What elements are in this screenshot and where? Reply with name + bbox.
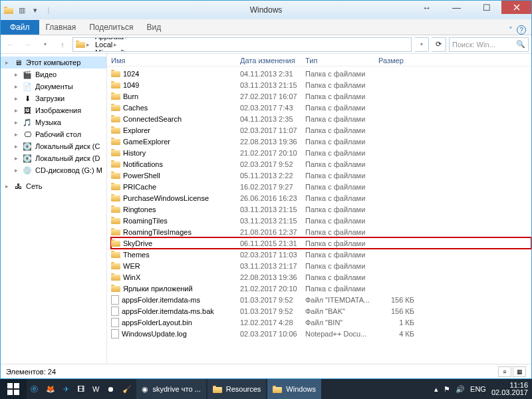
help-icon[interactable]: ? <box>517 25 526 35</box>
taskbar-task[interactable]: Resources <box>207 379 267 399</box>
ribbon-expand-icon[interactable]: ˅ <box>509 26 513 35</box>
taskbar-task[interactable]: ◉skydrive что ... <box>136 379 205 399</box>
nav-network[interactable]: ▸ 🖧 Сеть <box>1 180 106 192</box>
taskbar-pin-word[interactable]: W <box>88 379 103 399</box>
item-name: appsFolder.itemdata-ms <box>122 296 200 304</box>
list-item[interactable]: Ringtones03.11.2013 21:15Папка с файлами <box>111 203 531 215</box>
address-dropdown[interactable]: ▾ <box>414 37 429 52</box>
nav-item-label: Рабочий стол <box>35 130 81 138</box>
list-item[interactable]: RoamingTilesImages21.08.2016 12:37Папка … <box>111 226 531 237</box>
list-item[interactable]: 104903.11.2013 21:15Папка с файлами <box>111 79 531 90</box>
column-size[interactable]: Размер <box>378 57 418 65</box>
list-item[interactable]: ConnectedSearch04.11.2013 2:35Папка с фа… <box>111 113 531 124</box>
list-item[interactable]: PowerShell05.11.2013 2:22Папка с файлами <box>111 170 531 181</box>
up-button[interactable]: ↑ <box>55 37 70 52</box>
search-placeholder: Поиск: Win... <box>452 41 495 49</box>
start-button[interactable] <box>0 379 27 399</box>
back-button[interactable]: ← <box>3 37 18 52</box>
address-toolbar: ← → ▾ ↑ ▸ Администратор ▸AppData ▸Local … <box>1 35 531 54</box>
tab-share[interactable]: Поделиться <box>82 20 140 35</box>
forward-button[interactable]: → <box>21 37 35 52</box>
file-icon <box>111 318 119 327</box>
taskbar-pin-studio[interactable]: 🎞 <box>73 379 88 399</box>
list-item[interactable]: GameExplorer22.08.2013 19:36Папка с файл… <box>111 136 531 147</box>
taskbar-pin-ie[interactable]: ⓔ <box>27 379 42 399</box>
taskbar-task[interactable]: Windows <box>267 379 321 399</box>
breadcrumb-segment[interactable]: Local ▸ <box>92 41 155 49</box>
tray-language[interactable]: ENG <box>470 385 486 393</box>
folder-icon <box>111 262 120 269</box>
maximize-button[interactable]: ☐ <box>471 1 501 14</box>
recent-dropdown[interactable]: ▾ <box>38 37 53 52</box>
nav-this-pc[interactable]: ▸ 🖥 Этот компьютер <box>1 57 106 68</box>
list-item[interactable]: appsFolder.itemdata-ms.bak01.03.2017 9:5… <box>111 305 531 317</box>
column-name[interactable]: Имя <box>111 57 240 65</box>
nav-item[interactable]: ▸🎬Видео <box>1 68 106 80</box>
list-item[interactable]: RoamingTiles03.11.2013 21:15Папка с файл… <box>111 215 531 226</box>
list-item[interactable]: WinX22.08.2013 19:36Папка с файлами <box>111 271 531 283</box>
search-input[interactable]: Поиск: Win... 🔍 <box>449 37 529 52</box>
list-item[interactable]: appsFolderLayout.bin12.02.2017 4:28Файл … <box>111 317 531 328</box>
qat-properties-icon[interactable]: ▥ <box>17 5 27 15</box>
tab-view[interactable]: Вид <box>140 20 168 35</box>
nav-item[interactable]: ▸💽Локальный диск (D <box>1 152 106 164</box>
qat-newfolder-icon[interactable]: ▾ <box>30 5 41 15</box>
folder-icon <box>111 92 120 100</box>
refresh-button[interactable]: ⟳ <box>432 37 446 52</box>
nav-item[interactable]: ▸📄Документы <box>1 80 106 92</box>
list-item[interactable]: Notifications02.03.2017 9:52Папка с файл… <box>111 158 531 170</box>
list-item[interactable]: SkyDrive06.11.2015 21:31Папка с файлами <box>111 237 531 249</box>
window-title: Windows <box>250 5 283 15</box>
item-type: Папка с файлами <box>305 194 378 202</box>
tray-clock[interactable]: 11:16 02.03.2017 <box>491 382 528 396</box>
taskbar-pin-telegram[interactable]: ✈ <box>59 379 73 399</box>
taskbar[interactable]: ⓔ 🦊 ✈ 🎞W⏺🧹◉skydrive что ...ResourcesWind… <box>0 379 532 399</box>
address-bar[interactable]: ▸ Администратор ▸AppData ▸Local ▸Microso… <box>72 37 412 52</box>
item-name: PurchaseWindowsLicense <box>123 194 209 202</box>
nav-item[interactable]: ▸🖼Изображения <box>1 104 106 116</box>
item-name: appsFolderLayout.bin <box>122 319 192 327</box>
list-item[interactable]: appsFolder.itemdata-ms01.03.2017 9:52Фай… <box>111 294 531 305</box>
nav-item[interactable]: ▸⬇Загрузки <box>1 92 106 104</box>
list-item[interactable]: Themes02.03.2017 11:03Папка с файлами <box>111 249 531 260</box>
disk-icon: 💽 <box>22 153 33 164</box>
taskbar-pin-ccleaner[interactable]: 🧹 <box>118 379 136 399</box>
column-date[interactable]: Дата изменения <box>240 57 305 65</box>
nav-item[interactable]: ▸🖵Рабочий стол <box>1 128 106 140</box>
tab-home[interactable]: Главная <box>39 20 83 35</box>
column-headers[interactable]: Имя Дата изменения Тип Размер <box>107 54 531 66</box>
tray-volume-icon[interactable]: 🔊 <box>456 385 465 394</box>
minimize-button[interactable]: — <box>442 1 471 14</box>
item-name: appsFolder.itemdata-ms.bak <box>122 307 214 315</box>
item-type: Папка с файлами <box>305 285 378 293</box>
double-arrow-icon[interactable]: ↔ <box>412 1 442 14</box>
close-button[interactable] <box>501 1 531 14</box>
nav-item[interactable]: ▸💿CD-дисковод (G:) М <box>1 164 106 176</box>
item-name: Caches <box>123 104 148 112</box>
tab-file[interactable]: Файл <box>1 20 39 35</box>
tray-action-center-icon[interactable]: ⚑ <box>444 385 450 394</box>
list-item[interactable]: 102404.11.2013 2:31Папка с файлами <box>111 68 531 79</box>
system-tray[interactable]: ▴ ⚑ 🔊 ENG 11:16 02.03.2017 <box>434 382 532 396</box>
taskbar-pin-firefox[interactable]: 🦊 <box>42 379 59 399</box>
list-item[interactable]: PRICache16.02.2017 9:27Папка с файлами <box>111 181 531 192</box>
list-item[interactable]: WER03.11.2013 21:17Папка с файлами <box>111 260 531 271</box>
list-item[interactable]: Caches02.03.2017 7:43Папка с файлами <box>111 102 531 113</box>
list-item[interactable]: Burn27.02.2017 16:07Папка с файлами <box>111 90 531 102</box>
nav-item[interactable]: ▸💽Локальный диск (C <box>1 140 106 152</box>
tray-overflow-icon[interactable]: ▴ <box>434 385 438 394</box>
view-large-button[interactable]: ▦ <box>513 366 526 377</box>
taskbar-pin-rec[interactable]: ⏺ <box>103 379 118 399</box>
navigation-pane[interactable]: ▸ 🖥 Этот компьютер ▸🎬Видео▸📄Документы▸⬇З… <box>1 54 107 364</box>
breadcrumb-segment[interactable]: Microsoft ▸ <box>92 49 155 52</box>
list-item[interactable]: Explorer02.03.2017 11:07Папка с файлами <box>111 124 531 136</box>
list-item[interactable]: Ярлыки приложений21.02.2017 20:10Папка с… <box>111 283 531 294</box>
list-item[interactable]: History21.02.2017 20:10Папка с файлами <box>111 147 531 158</box>
list-item[interactable]: WindowsUpdate.log02.03.2017 10:06Notepad… <box>111 328 531 339</box>
nav-item[interactable]: ▸🎵Музыка <box>1 116 106 128</box>
column-type[interactable]: Тип <box>305 57 378 65</box>
list-item[interactable]: PurchaseWindowsLicense26.06.2016 16:23Па… <box>111 192 531 203</box>
view-details-button[interactable]: ≡ <box>498 366 511 377</box>
titlebar[interactable]: ▥ ▾ | Windows ↔ — ☐ <box>1 1 531 19</box>
folder-icon <box>111 70 120 77</box>
